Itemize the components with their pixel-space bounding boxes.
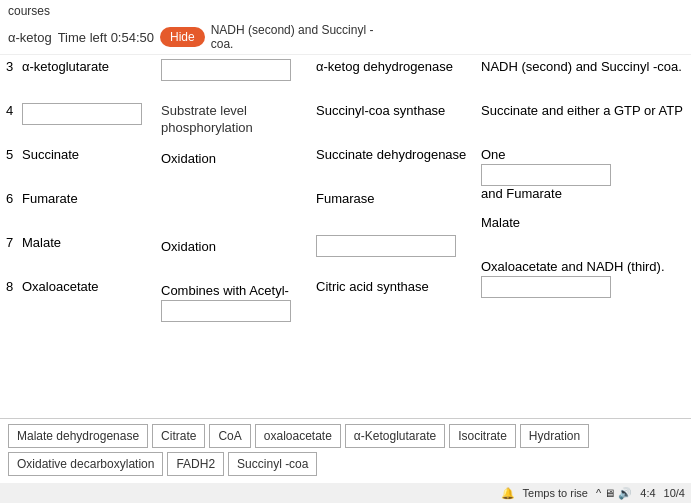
label-6: Fumarate — [22, 191, 78, 206]
num-6: 6 — [6, 191, 22, 206]
num-4: 4 — [6, 103, 22, 118]
row-3-enzyme: α-ketog dehydrogenase — [316, 59, 481, 89]
row-3: 3 α-ketoglutarate — [6, 59, 161, 89]
enzyme-6: Fumarase — [316, 191, 375, 206]
row-7: 7 Malate — [6, 235, 161, 265]
top-info-bar: α-ketog Time left 0:54:50 Hide NADH (sec… — [0, 20, 691, 55]
drag-items-section: Malate dehydrogenase Citrate CoA oxaloac… — [0, 418, 691, 481]
row-5-mid: Oxidation — [161, 151, 316, 181]
row-4-product: Succinate and either a GTP or ATP — [481, 103, 685, 133]
input-row5-product[interactable] — [481, 164, 611, 186]
label-8: Oxaloacetate — [22, 279, 99, 294]
time-display: 4:4 — [640, 487, 655, 499]
drag-item-coa[interactable]: CoA — [209, 424, 250, 448]
header-right-text: NADH (second) and Succinyl -coa. — [211, 23, 391, 51]
row-6-mid — [161, 195, 316, 225]
taskbar: 🔔 Temps to rise ^ 🖥 🔊 4:4 10/4 — [0, 483, 691, 503]
row-6-enzyme: Fumarase — [316, 191, 481, 221]
product-5-suffix: and Fumarate — [481, 186, 562, 201]
input-row7-product[interactable] — [481, 276, 611, 298]
input-row8-mid[interactable] — [161, 300, 291, 322]
col-mid: Substrate level phosphorylation Oxidatio… — [161, 59, 316, 356]
row-6-product: Malate — [481, 215, 685, 245]
product-3: NADH (second) and Succinyl -coa. — [481, 59, 682, 74]
row-7-product: Oxaloacetate and NADH (third). — [481, 259, 685, 298]
num-5: 5 — [6, 147, 22, 162]
mid-label-5: Oxidation — [161, 151, 216, 166]
row-8: 8 Oxaloacetate — [6, 279, 161, 309]
label-5: Succinate — [22, 147, 79, 162]
enzyme-4: Succinyl-coa synthase — [316, 103, 445, 118]
col-enzymes: α-ketog dehydrogenase Succinyl-coa synth… — [316, 59, 481, 356]
num-3: 3 — [6, 59, 22, 74]
drag-item-malate-dh[interactable]: Malate dehydrogenase — [8, 424, 148, 448]
enzyme-3: α-ketog dehydrogenase — [316, 59, 453, 74]
system-icons: ^ 🖥 🔊 — [596, 487, 632, 500]
col-numbers-labels: 3 α-ketoglutarate 4 5 Succinate 6 Fumara… — [6, 59, 161, 356]
alpha-keto-prefix: α-ketog — [8, 30, 52, 45]
timer-text: Time left 0:54:50 — [58, 30, 154, 45]
row-3-mid — [161, 59, 316, 89]
drag-item-fadh2[interactable]: FADH2 — [167, 452, 224, 476]
drag-item-oxidative-decarb[interactable]: Oxidative decarboxylation — [8, 452, 163, 476]
row-5-product: One and Fumarate — [481, 147, 685, 201]
row-8-product — [481, 312, 685, 342]
label-7: Malate — [22, 235, 61, 250]
row-6: 6 Fumarate — [6, 191, 161, 221]
row-3-product: NADH (second) and Succinyl -coa. — [481, 59, 685, 89]
row-5-enzyme: Succinate dehydrogenase — [316, 147, 481, 177]
product-7: Oxaloacetate and NADH (third). — [481, 259, 665, 274]
row-4-enzyme: Succinyl-coa synthase — [316, 103, 481, 133]
drag-item-oxaloacetate[interactable]: oxaloacetate — [255, 424, 341, 448]
row-5: 5 Succinate — [6, 147, 161, 177]
col-products: NADH (second) and Succinyl -coa. Succina… — [481, 59, 685, 356]
row-7-enzyme — [316, 235, 481, 265]
main-content: 3 α-ketoglutarate 4 5 Succinate 6 Fumara… — [0, 55, 691, 356]
drag-item-isocitrate[interactable]: Isocitrate — [449, 424, 516, 448]
input-row4-label[interactable] — [22, 103, 142, 125]
mid-label-8: Combines with Acetyl- — [161, 283, 289, 298]
mid-label-7: Oxidation — [161, 239, 216, 254]
drag-item-alpha-keto[interactable]: α-Ketoglutarate — [345, 424, 445, 448]
temps-label: Temps to rise — [523, 487, 588, 499]
input-row7-enzyme[interactable] — [316, 235, 456, 257]
enzyme-5: Succinate dehydrogenase — [316, 147, 466, 162]
courses-label: courses — [0, 0, 691, 20]
row-8-mid: Combines with Acetyl- — [161, 283, 316, 322]
row-7-mid: Oxidation — [161, 239, 316, 269]
mid-label-4: Substrate level phosphorylation — [161, 103, 253, 135]
product-4: Succinate and either a GTP or ATP — [481, 103, 683, 118]
product-6: Malate — [481, 215, 520, 230]
row-4: 4 — [6, 103, 161, 133]
label-3: α-ketoglutarate — [22, 59, 109, 74]
bell-icon: 🔔 — [501, 487, 515, 500]
hide-button[interactable]: Hide — [160, 27, 205, 47]
drag-item-succinyl-coa[interactable]: Succinyl -coa — [228, 452, 317, 476]
row-4-mid: Substrate level phosphorylation — [161, 103, 316, 137]
enzyme-8: Citric acid synthase — [316, 279, 429, 294]
num-7: 7 — [6, 235, 22, 250]
drag-item-hydration[interactable]: Hydration — [520, 424, 589, 448]
drag-item-citrate[interactable]: Citrate — [152, 424, 205, 448]
num-8: 8 — [6, 279, 22, 294]
product-5-prefix: One — [481, 147, 506, 162]
date-display: 10/4 — [664, 487, 685, 499]
input-row3-mid[interactable] — [161, 59, 291, 81]
row-8-enzyme: Citric acid synthase — [316, 279, 481, 309]
